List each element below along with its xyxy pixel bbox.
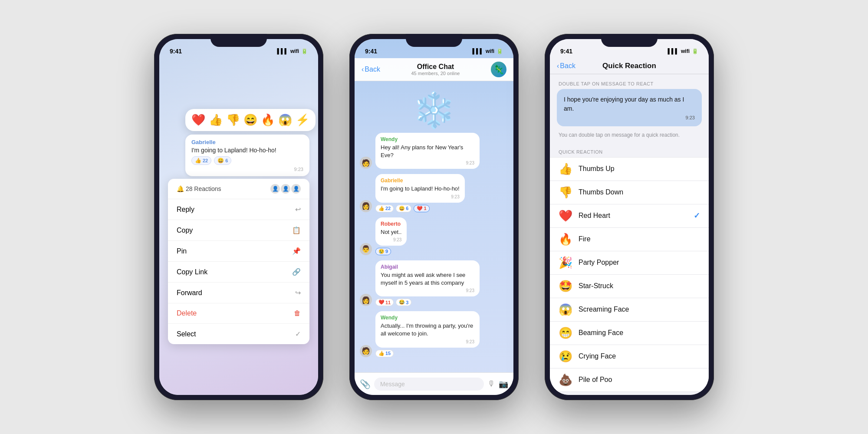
chat-msg-4: 👩 Abigail You might as well ask where I … <box>360 260 508 306</box>
menu-forward[interactable]: Forward ↪ <box>168 283 309 303</box>
roberto-avatar: 👨 <box>360 243 372 255</box>
msg-row-1: 🧑 Wendy Hey all! Any plans for New Year'… <box>360 133 508 169</box>
r-count-h: 11 <box>385 300 391 305</box>
notch-2 <box>406 34 462 47</box>
reaction-item-star-struck[interactable]: 🤩 Star-Struck <box>550 275 709 298</box>
abigail-time: 9:23 <box>381 288 474 293</box>
reaction-item-beaming-face[interactable]: 😁 Beaming Face <box>550 322 709 345</box>
reaction-thumbsup[interactable]: 👍 22 <box>375 205 394 212</box>
forward-label: Forward <box>177 289 202 297</box>
reactions-avatars: 👤 👤 👤 <box>270 184 301 194</box>
quick-reaction-content: DOUBLE TAP ON MESSAGE TO REACT I hope yo… <box>550 74 709 392</box>
wendy-time-1: 9:23 <box>381 161 474 165</box>
reaction-emoji-4: 🎉 <box>559 256 572 270</box>
reaction-thumbsup-w[interactable]: 👍 15 <box>375 350 394 357</box>
msg-row-4: 👩 Abigail You might as well ask where I … <box>360 260 508 306</box>
back-button-3[interactable]: ‹ Back <box>557 62 575 70</box>
menu-copy[interactable]: Copy 📋 <box>168 220 309 241</box>
camera-icon[interactable]: 📷 <box>499 379 508 389</box>
reaction-heart[interactable]: ❤️ 1 <box>414 205 429 212</box>
phone1-content: ❤️ 👍 👎 😄 🔥 😱 ⚡ Gabrielle I'm going to La… <box>159 58 318 395</box>
r-count-cry: 9 <box>385 249 388 254</box>
menu-delete[interactable]: Delete 🗑 <box>168 303 309 324</box>
gabrielle-bubble[interactable]: Gabrielle I'm going to Lapland! Ho-ho-ho… <box>375 174 465 202</box>
menu-copylink[interactable]: Copy Link 🔗 <box>168 262 309 283</box>
menu-reply[interactable]: Reply ↩ <box>168 199 309 220</box>
mic-icon[interactable]: 🎙 <box>487 379 495 389</box>
forward-icon: ↪ <box>295 289 301 297</box>
reaction-name-3: Fire <box>579 235 700 243</box>
emoji-grin[interactable]: 😄 <box>243 113 257 127</box>
reaction-item-thumbs-up[interactable]: 👍 Thumbs Up <box>550 157 709 181</box>
menu-pin[interactable]: Pin 📌 <box>168 241 309 262</box>
phones-container: 9:41 ▌▌▌ wifi 🔋 ❤️ 👍 👎 😄 🔥 😱 ⚡ <box>154 34 714 400</box>
wendy-reactions-2: 👍 15 <box>375 350 480 357</box>
reaction-name-7: Beaming Face <box>579 329 700 337</box>
reactions-row-item[interactable]: 🔔 28 Reactions 👤 👤 👤 <box>168 179 309 199</box>
phone-3: 9:41 ▌▌▌ wifi 🔋 ‹ Back Quick Reaction DO… <box>545 34 714 400</box>
emoji-heart[interactable]: ❤️ <box>191 113 205 127</box>
reaction-grin[interactable]: 😄 6 <box>396 205 411 212</box>
r-emoji-cry: 😢 <box>378 249 385 254</box>
double-tap-hint: DOUBLE TAP ON MESSAGE TO REACT <box>550 74 709 89</box>
gabrielle-time: 9:23 <box>381 194 460 199</box>
message-input[interactable]: Message <box>374 378 484 391</box>
reaction-item-thumbs-down[interactable]: 👎 Thumbs Down <box>550 181 709 204</box>
signal-icon-3: ▌▌▌ <box>667 48 679 54</box>
emoji-thumbsup[interactable]: 👍 <box>209 113 223 127</box>
select-icon: ✓ <box>295 330 301 338</box>
reaction-item-pile-of-poo[interactable]: 💩 Pile of Poo <box>550 368 709 392</box>
reaction-item-fire[interactable]: 🔥 Fire <box>550 228 709 251</box>
reply-label: Reply <box>177 206 194 214</box>
roberto-bubble[interactable]: Roberto Not yet.. 9:23 <box>375 217 407 246</box>
roberto-time: 9:23 <box>381 237 401 242</box>
chat-msg-5: 🧑 Wendy Actually... I'm throwing a party… <box>360 311 508 357</box>
wifi-icon: wifi <box>290 48 299 54</box>
reaction-cry[interactable]: 😢 9 <box>375 248 391 255</box>
wendy-bubble-2[interactable]: Wendy Actually... I'm throwing a party, … <box>375 311 480 347</box>
reaction-heart-a[interactable]: ❤️ 11 <box>375 299 394 306</box>
chat-messages: ❄️ 🧑 Wendy Hey all! Any plans for New Ye… <box>355 81 513 371</box>
reaction-emoji-1: 👎 <box>559 186 572 199</box>
sticker-area: ❄️ <box>360 85 508 133</box>
r-emoji-h: ❤️ <box>378 299 385 305</box>
wifi-icon-3: wifi <box>681 48 690 54</box>
r-emoji-w: 👍 <box>378 351 385 356</box>
r-count-l: 3 <box>406 300 408 305</box>
emoji-fire[interactable]: 🔥 <box>261 113 275 127</box>
reaction-emoji-9: 💩 <box>559 373 572 387</box>
wendy-avatar-2: 🧑 <box>360 345 372 357</box>
gabrielle-reactions: 👍 22 😄 6 ❤️ 1 <box>375 205 465 212</box>
message-input-bar: 📎 Message 🎙 📷 <box>355 372 513 395</box>
reaction-name-0: Thumbs Up <box>579 165 700 173</box>
reaction-badge-1[interactable]: 👍 22 <box>191 156 211 165</box>
reaction-check-2: ✓ <box>694 211 700 220</box>
reaction-item-red-heart[interactable]: ❤️ Red Heart ✓ <box>550 204 709 228</box>
wendy-bubble-1[interactable]: Wendy Hey all! Any plans for New Year's … <box>375 133 480 169</box>
emoji-scream[interactable]: 😱 <box>278 113 292 127</box>
reaction-item-party-popper[interactable]: 🎉 Party Popper <box>550 251 709 275</box>
reaction-name-9: Pile of Poo <box>579 376 700 384</box>
emoji-lightning[interactable]: ⚡ <box>296 113 309 127</box>
wendy-sender-1: Wendy <box>381 136 474 142</box>
abigail-avatar: 👩 <box>360 294 372 306</box>
battery-icon-3: 🔋 <box>692 48 698 54</box>
wendy-text-1: Hey all! Any plans for New Year's Eve? <box>381 144 474 159</box>
abigail-bubble[interactable]: Abigail You might as well ask where I se… <box>375 260 480 296</box>
chat-avatar[interactable]: 🦎 <box>491 62 506 77</box>
abigail-reactions: ❤️ 11 😂 3 <box>375 299 480 306</box>
chat-header: ‹ Back Office Chat 45 members, 20 online… <box>355 58 513 81</box>
message-bubble-context: Gabrielle I'm going to Lapland! Ho-ho-ho… <box>185 135 309 176</box>
reaction-laugh[interactable]: 😂 3 <box>396 299 411 306</box>
reaction-badge-2[interactable]: 😄 6 <box>214 156 231 165</box>
roberto-text: Not yet.. <box>381 228 401 236</box>
back-button-2[interactable]: ‹ Back <box>362 66 380 73</box>
reaction-item-screaming-face[interactable]: 😱 Screaming Face <box>550 298 709 322</box>
reaction-list: 👍 Thumbs Up 👎 Thumbs Down ❤️ Red Heart ✓… <box>550 157 709 392</box>
attach-icon[interactable]: 📎 <box>360 379 371 389</box>
menu-select[interactable]: Select ✓ <box>168 324 309 344</box>
emoji-thumbsdown[interactable]: 👎 <box>226 113 240 127</box>
input-icons: 🎙 📷 <box>487 379 508 389</box>
reaction-item-crying-face[interactable]: 😢 Crying Face <box>550 345 709 368</box>
emoji-reaction-bar[interactable]: ❤️ 👍 👎 😄 🔥 😱 ⚡ <box>185 109 316 131</box>
